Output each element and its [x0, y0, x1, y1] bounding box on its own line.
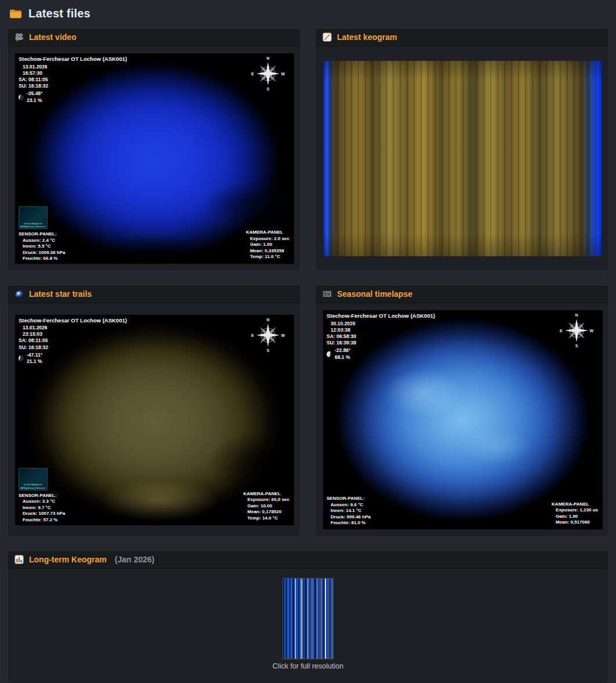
compass-west-label: W	[281, 333, 285, 337]
bar-chart-icon	[15, 555, 24, 564]
film-projector-icon	[15, 32, 24, 42]
overlay-sunset: SU: 16:39:38	[327, 340, 435, 346]
card-latest-startrails-body: Stechow-Ferchesar OT Lochow (ASK001) 13.…	[8, 303, 300, 536]
card-latest-video: Latest video Stechow-Ferchesar OT Lochow…	[7, 28, 301, 271]
latest-startrails-image[interactable]: Stechow-Ferchesar OT Lochow (ASK001) 13.…	[15, 315, 294, 525]
card-latest-keogram-body	[316, 46, 608, 271]
sensor-panel-seasonal: SENSOR-PANEL: Aussen: 9.6 °C Innen: 14.1…	[327, 496, 371, 526]
compass-west-label: W	[281, 72, 285, 76]
compass-west-label: W	[589, 329, 593, 333]
moon-altitude: -47.11°	[27, 352, 42, 358]
compass-rose: N E S W	[251, 318, 285, 352]
compass-north-label: N	[266, 318, 269, 322]
moon-altitude: -22.86°	[335, 347, 351, 354]
card-title-latest-startrails: Latest star trails	[29, 289, 92, 299]
overlay-date: 13.01.2026	[19, 325, 127, 331]
overlay-moon: -35.48° 23.1 %	[19, 90, 127, 103]
overlay-location: Stechow-Ferchesar OT Lochow (ASK001)	[19, 56, 127, 63]
compass-south-label: S	[267, 348, 270, 353]
moon-altitude: -35.48°	[27, 90, 43, 97]
sensor-panel-title: SENSOR-PANEL:	[19, 231, 65, 238]
longterm-keogram-caption: Click for full resolution	[273, 662, 343, 670]
latest-video-player[interactable]: Stechow-Ferchesar OT Lochow (ASK001) 13.…	[15, 53, 294, 264]
chart-line-icon	[323, 32, 332, 42]
card-seasonal-timelapse-header: Seasonal timelapse	[316, 285, 608, 303]
compass-east-label: E	[560, 329, 563, 333]
overlay-sunrise: SA: 08:11:05	[19, 77, 127, 83]
page-header: Latest files	[9, 7, 607, 20]
moon-illumination: 21.1 %	[27, 358, 42, 365]
folder-icon	[9, 9, 22, 19]
card-longterm-keogram-header: Long-term Keogram (Jan 2026)	[8, 551, 608, 569]
compass-star-icon	[256, 324, 280, 347]
camera-panel-title: KAMERA-PANEL	[552, 502, 598, 508]
camera-panel-title: KAMERA-PANEL	[244, 491, 289, 497]
moon-phase-icon	[19, 355, 24, 361]
overlay-location: Stechow-Ferchesar OT Lochow (ASK001)	[327, 313, 435, 320]
camera-panel-title: KAMERA-PANEL	[246, 230, 289, 236]
cards-grid-row1: Latest video Stechow-Ferchesar OT Lochow…	[7, 28, 609, 271]
camera-panel-video: KAMERA-PANEL Exposure: 2.0 sec Gain: 1.0…	[246, 230, 289, 260]
compass-north-label: N	[575, 313, 578, 317]
longterm-keogram-month: (Jan 2026)	[115, 555, 154, 564]
card-longterm-keogram-body: Click for full resolution	[8, 569, 608, 683]
card-title-longterm-keogram: Long-term Keogram	[29, 555, 107, 564]
card-latest-keogram-header: Latest keogram	[316, 28, 608, 46]
compass-star-icon	[256, 62, 280, 85]
allsky-network-logo: Ich bin Mitglied im AllSkyKamera-Netzwer…	[19, 206, 48, 229]
overlay-sunset: SU: 16:18:32	[19, 83, 127, 89]
card-latest-startrails: Latest star trails Stechow-Ferchesar OT …	[7, 285, 301, 537]
moon-illumination: 23.1 %	[27, 97, 43, 104]
sensor-panel-title: SENSOR-PANEL:	[19, 493, 65, 499]
compass-east-label: E	[251, 333, 254, 337]
card-latest-startrails-header: Latest star trails	[8, 285, 300, 303]
latest-keogram-image[interactable]	[323, 61, 601, 256]
compass-north-label: N	[266, 56, 269, 60]
overlay-info-seasonal: Stechow-Ferchesar OT Lochow (ASK001) 30.…	[327, 313, 435, 361]
overlay-sunrise: SA: 08:11:05	[19, 337, 127, 344]
overlay-location: Stechow-Ferchesar OT Lochow (ASK001)	[19, 317, 127, 325]
moon-illumination: 68.1 %	[335, 354, 351, 361]
keogram-stripes	[323, 61, 601, 256]
moon-phase-icon	[19, 95, 24, 100]
compass-east-label: E	[251, 72, 254, 76]
card-longterm-keogram: Long-term Keogram (Jan 2026) Click for f…	[7, 550, 609, 683]
card-latest-video-body: Stechow-Ferchesar OT Lochow (ASK001) 13.…	[8, 46, 300, 271]
cards-grid-row2: Latest star trails Stechow-Ferchesar OT …	[7, 285, 609, 537]
compass-star-icon	[565, 319, 588, 342]
sensor-panel-title: SENSOR-PANEL:	[327, 496, 371, 502]
overlay-date: 30.10.2025	[327, 321, 435, 327]
card-seasonal-timelapse-body: Stechow-Ferchesar OT Lochow (ASK001) 30.…	[316, 303, 608, 536]
sensor-panel-video: Ich bin Mitglied im AllSkyKamera-Netzwer…	[19, 206, 65, 262]
card-latest-video-header: Latest video	[8, 28, 300, 46]
film-strip-icon	[323, 289, 332, 299]
overlay-time: 12:03:38	[327, 327, 435, 333]
overlay-moon: -22.86° 68.1 %	[327, 347, 435, 360]
card-latest-keogram: Latest keogram	[315, 28, 609, 271]
compass-south-label: S	[575, 344, 578, 348]
camera-panel-seasonal: KAMERA-PANEL Exposure: 1.230 us Gain: 1.…	[552, 502, 598, 526]
sensor-panel-startrails: Ich bin Mitglied im AllSkyKamera-Netzwer…	[19, 468, 65, 524]
allsky-network-logo: Ich bin Mitglied im AllSkyKamera-Netzwer…	[19, 468, 48, 491]
moon-phase-icon	[327, 351, 332, 357]
overlay-info-startrails: Stechow-Ferchesar OT Lochow (ASK001) 13.…	[19, 317, 127, 365]
compass-rose: N E S W	[251, 57, 285, 90]
compass-rose: N E S W	[560, 314, 593, 347]
overlay-moon: -47.11° 21.1 %	[19, 352, 127, 365]
card-title-seasonal-timelapse: Seasonal timelapse	[337, 289, 412, 299]
card-title-latest-video: Latest video	[29, 32, 77, 42]
seasonal-timelapse-player[interactable]: Stechow-Ferchesar OT Lochow (ASK001) 30.…	[323, 310, 603, 529]
overlay-sunset: SU: 16:18:32	[19, 344, 127, 351]
card-title-latest-keogram: Latest keogram	[337, 32, 397, 42]
longterm-keogram-thumbnail[interactable]	[282, 578, 334, 659]
overlay-info-video: Stechow-Ferchesar OT Lochow (ASK001) 13.…	[19, 56, 127, 104]
compass-south-label: S	[267, 87, 270, 91]
card-seasonal-timelapse: Seasonal timelapse Stechow-Ferchesar OT …	[315, 285, 609, 537]
page-title: Latest files	[28, 7, 90, 20]
overlay-time: 23:15:03	[19, 331, 127, 337]
overlay-sunrise: SA: 06:58:30	[327, 333, 435, 340]
overlay-date: 13.01.2026	[19, 64, 127, 70]
comet-icon	[15, 289, 24, 299]
overlay-time: 16:57:30	[19, 70, 127, 77]
camera-panel-startrails: KAMERA-PANEL Exposure: 60,0 sec Gain: 10…	[244, 491, 289, 522]
